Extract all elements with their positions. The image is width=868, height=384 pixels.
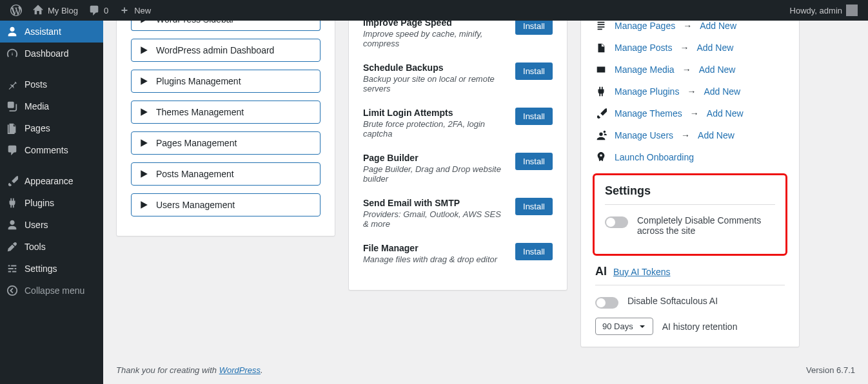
install-button[interactable]: Install	[515, 62, 553, 80]
footer-thanks-post: .	[261, 365, 263, 375]
launch-onboarding-link[interactable]: Launch Onboarding	[615, 152, 694, 162]
tour-label: WordPress Sidebar	[156, 21, 234, 24]
disable-comments-label: Completely Disable Comments across the s…	[637, 215, 775, 236]
play-icon	[139, 139, 148, 148]
install-button[interactable]: Install	[515, 21, 553, 35]
launch-onboarding-row: Launch Onboarding	[595, 151, 785, 163]
install-button[interactable]: Install	[515, 108, 553, 125]
sliders-icon	[6, 263, 18, 274]
sidebar-item-collapse[interactable]: Collapse menu	[0, 280, 103, 302]
page-icon	[6, 122, 18, 134]
manage-link[interactable]: Manage Pages	[615, 21, 675, 31]
ai-history-select[interactable]: 90 Days	[595, 318, 653, 335]
sidebar-item-posts[interactable]: Posts	[0, 73, 103, 95]
add-new-link[interactable]: Add New	[699, 64, 736, 75]
tour-button[interactable]: Users Management	[131, 193, 321, 216]
admin-bar: My Blog 0 New Howdy, admin	[0, 0, 868, 21]
content-area: WordPress SidebarWordPress admin Dashboa…	[103, 21, 868, 384]
tour-button[interactable]: Plugins Management	[131, 70, 321, 93]
tour-button[interactable]: Themes Management	[131, 101, 321, 124]
sidebar-item-label: Settings	[25, 264, 57, 274]
add-new-link[interactable]: Add New	[707, 108, 744, 119]
tour-button[interactable]: WordPress Sidebar	[131, 21, 321, 31]
manage-link[interactable]: Manage Posts	[615, 43, 673, 53]
sidebar-item-settings[interactable]: Settings	[0, 258, 103, 280]
brush-icon	[6, 175, 18, 187]
tour-label: WordPress admin Dashboard	[156, 45, 274, 55]
tour-button[interactable]: Posts Management	[131, 162, 321, 186]
install-button[interactable]: Install	[515, 198, 553, 215]
feature-title: Schedule Backups	[363, 62, 508, 73]
rocket-icon	[595, 151, 607, 163]
feature-title: Page Builder	[363, 153, 508, 163]
disable-comments-toggle[interactable]	[605, 216, 628, 228]
quick-link-icon	[595, 86, 607, 97]
sidebar-item-plugins[interactable]: Plugins	[0, 192, 103, 214]
play-icon	[139, 21, 148, 24]
play-icon	[139, 108, 148, 117]
sidebar-item-pages[interactable]: Pages	[0, 117, 103, 139]
sidebar-item-dashboard[interactable]: Dashboard	[0, 43, 103, 64]
ai-title-text: AI	[595, 265, 607, 278]
plug-icon	[6, 197, 18, 209]
sidebar-item-label: Dashboard	[25, 48, 69, 59]
feature-title: Send Email with SMTP	[363, 198, 508, 208]
manage-link[interactable]: Manage Users	[615, 130, 673, 140]
disable-ai-label: Disable Softaculous AI	[627, 296, 718, 306]
install-button[interactable]: Install	[515, 243, 553, 260]
sidebar-item-tools[interactable]: Tools	[0, 236, 103, 258]
arrow-icon: →	[680, 43, 689, 53]
sidebar-item-label: Pages	[25, 123, 50, 133]
play-icon	[139, 200, 148, 209]
arrow-icon: →	[683, 21, 692, 31]
feature-row: File ManagerManage files with drag & dro…	[363, 243, 553, 264]
add-new-link[interactable]: Add New	[704, 86, 740, 97]
comments-menu[interactable]: 0	[83, 0, 113, 21]
feature-desc: Providers: Gmail, Outlook, AWS SES & mor…	[363, 209, 508, 229]
manage-link[interactable]: Manage Themes	[615, 108, 682, 119]
wp-logo-menu[interactable]	[5, 0, 27, 21]
add-new-link[interactable]: Add New	[700, 21, 736, 31]
ai-history-label: AI history retention	[662, 322, 738, 332]
quick-link-row: Manage Media→Add New	[595, 64, 785, 75]
footer-wp-link[interactable]: WordPress	[219, 365, 261, 375]
feature-title: Limit Login Attempts	[363, 108, 508, 118]
chevron-down-icon	[638, 323, 646, 331]
pin-icon	[6, 79, 18, 90]
home-icon	[32, 5, 44, 16]
sidebar-item-label: Assistant	[25, 26, 61, 37]
feature-desc: Manage files with drag & drop editor	[363, 254, 508, 264]
new-content-menu[interactable]: New	[113, 0, 156, 21]
sidebar-item-assistant[interactable]: Assistant	[0, 21, 103, 43]
site-name-menu[interactable]: My Blog	[27, 0, 83, 21]
ai-history-value: 90 Days	[602, 322, 633, 331]
tour-button[interactable]: WordPress admin Dashboard	[131, 39, 321, 62]
feature-desc: Backup your site on local or remote serv…	[363, 74, 508, 93]
manage-link[interactable]: Manage Media	[615, 64, 675, 75]
sidebar-item-comments[interactable]: Comments	[0, 139, 103, 161]
tour-label: Plugins Management	[156, 76, 241, 86]
sidebar-item-label: Plugins	[25, 198, 54, 208]
sidebar-item-appearance[interactable]: Appearance	[0, 170, 103, 192]
feature-desc: Improve speed by cache, minify, compress	[363, 29, 508, 48]
sidebar-item-users[interactable]: Users	[0, 214, 103, 236]
feature-title: Improve Page Speed	[363, 21, 508, 28]
account-menu[interactable]: Howdy, admin	[785, 0, 863, 21]
buy-ai-tokens-link[interactable]: Buy AI Tokens	[613, 267, 670, 277]
feature-row: Send Email with SMTPProviders: Gmail, Ou…	[363, 198, 553, 229]
disable-ai-toggle[interactable]	[595, 297, 618, 309]
comment-icon	[6, 144, 18, 156]
feature-row: Schedule BackupsBackup your site on loca…	[363, 62, 553, 93]
install-button[interactable]: Install	[515, 153, 553, 170]
manage-link[interactable]: Manage Plugins	[615, 86, 679, 97]
dashboard-icon	[6, 48, 18, 59]
sidebar-item-label: Comments	[25, 145, 68, 155]
tour-button[interactable]: Pages Management	[131, 131, 321, 155]
quick-link-icon	[595, 64, 607, 75]
sidebar-item-media[interactable]: Media	[0, 95, 103, 117]
add-new-link[interactable]: Add New	[698, 130, 735, 140]
footer-thanks-pre: Thank you for creating with	[116, 365, 219, 375]
play-icon	[139, 77, 148, 86]
add-new-link[interactable]: Add New	[697, 43, 734, 53]
quick-link-row: Manage Themes→Add New	[595, 108, 785, 119]
